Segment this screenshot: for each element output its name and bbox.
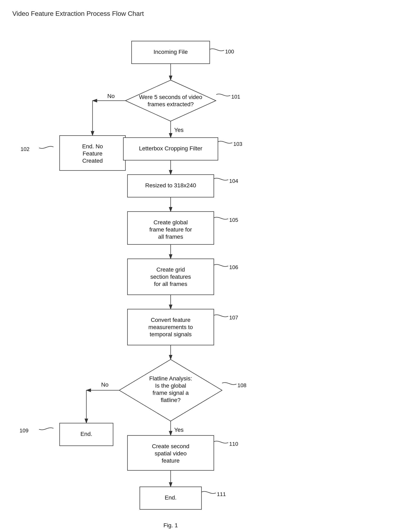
label-100: 100 [225,48,234,55]
squiggle-102 [39,146,53,149]
node-102-label-3: Created [82,157,103,164]
label-111: 111 [217,491,226,497]
squiggle-108 [222,383,236,385]
label-104: 104 [229,178,238,184]
squiggle-100 [210,49,224,51]
squiggle-109 [39,428,53,430]
node-101-label-1: Were 5 seconds of video [139,94,202,100]
node-111-label: End. [165,494,177,501]
node-106-label-1: Create grid [156,266,185,273]
node-106-label-2: section features [150,274,191,280]
branch-no-101: No [107,93,115,99]
node-100-label: Incoming File [154,49,188,55]
node-109-label: End. [81,431,92,437]
squiggle-104 [214,178,228,180]
label-105: 105 [229,217,238,223]
label-101: 101 [231,94,240,100]
node-108-label-1: Flatline Analysis: [149,375,192,382]
label-102: 102 [21,146,29,152]
node-110-label-1: Create second [152,443,189,449]
node-107-label-2: measurements to [149,324,193,330]
node-108-label-2: Is the global [155,382,186,389]
node-105-label-3: all frames [158,234,183,240]
branch-yes-108: Yes [174,427,184,433]
node-101-label-2: frames extracted? [148,101,194,107]
squiggle-103 [218,141,232,143]
node-101-diamond [125,80,216,121]
label-110: 110 [229,441,238,447]
node-107-label-1: Convert feature [151,317,191,323]
squiggle-110 [214,441,228,443]
node-106-label-3: for all frames [154,281,187,287]
squiggle-105 [214,217,228,219]
squiggle-101 [216,94,230,96]
node-107-label-3: temporal signals [150,331,192,338]
branch-yes-101: Yes [174,127,184,133]
page-title: Video Feature Extraction Process Flow Ch… [12,10,144,18]
node-102-label-1: End. No [82,143,103,150]
node-108-label-4: flatline? [161,397,181,403]
squiggle-106 [214,265,228,267]
node-110-label-2: spatial video [155,450,187,457]
node-105-label-1: Create global [154,219,188,225]
label-109: 109 [19,428,28,434]
label-107: 107 [229,314,238,321]
label-103: 103 [233,141,242,147]
label-108: 108 [237,382,246,388]
node-110-label-3: feature [161,457,180,464]
branch-no-108: No [101,381,109,388]
node-108-label-3: frame signal a [153,390,189,396]
squiggle-107 [214,315,228,317]
squiggle-111 [201,491,216,494]
node-103-label: Letterbox Cropping Filter [139,145,202,151]
label-106: 106 [229,264,238,270]
fig-label: Fig. 1 [163,522,178,528]
flowchart: Incoming File 100 Were 5 seconds of vide… [0,21,397,532]
node-102-label-2: Feature [83,150,103,157]
node-104-label: Resized to 318x240 [145,182,196,188]
node-105-label-2: frame feature for [149,226,192,233]
